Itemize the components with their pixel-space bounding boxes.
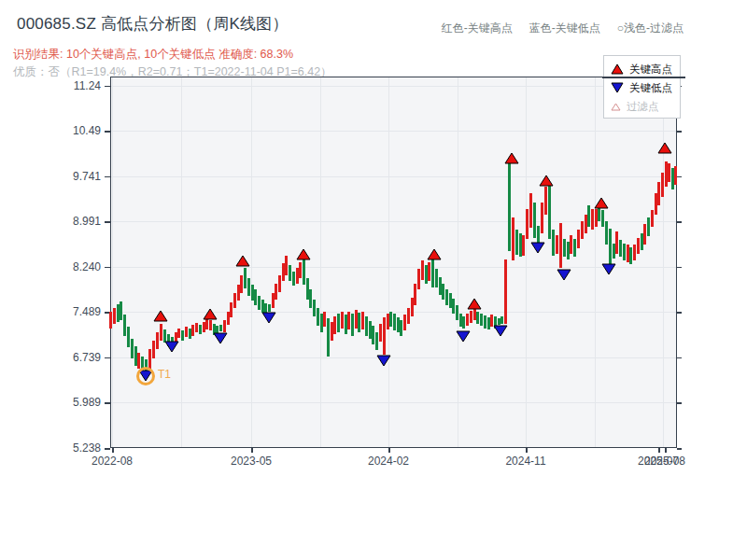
candle	[209, 320, 212, 330]
key-low-marker	[493, 325, 508, 337]
gridline-horizontal	[111, 176, 676, 177]
y-tick-label: 5.989	[62, 396, 101, 409]
candle	[156, 332, 159, 349]
candle	[372, 326, 374, 343]
y-axis-tick-right	[677, 357, 682, 359]
candle	[484, 315, 486, 329]
candle	[651, 210, 654, 227]
candle	[327, 318, 330, 356]
key-high-marker	[235, 255, 250, 267]
gridline-horizontal	[111, 312, 676, 313]
candle	[292, 272, 295, 287]
candle	[556, 235, 558, 254]
candle	[309, 289, 312, 307]
candle	[500, 316, 503, 324]
top-spine-over-legend	[602, 77, 685, 78]
candle	[633, 245, 636, 259]
legend-box: 关键高点关键低点过滤点	[603, 55, 681, 119]
candle	[137, 353, 140, 369]
candle	[414, 284, 416, 305]
key-low-marker	[601, 263, 616, 275]
candle	[379, 324, 382, 342]
candle	[268, 304, 271, 312]
y-tick-label: 5.238	[62, 441, 101, 455]
x-tick-label: 2024-02	[368, 455, 409, 468]
legend-item: 关键高点	[611, 60, 672, 78]
key-high-marker	[427, 248, 442, 260]
gridline-horizontal	[111, 131, 676, 132]
candle	[351, 314, 354, 335]
y-axis-tick-right	[677, 448, 682, 450]
candle	[435, 269, 438, 287]
candle	[619, 240, 622, 257]
x-tick-label: 2025-08	[644, 455, 685, 468]
y-axis-tick	[105, 221, 110, 223]
candle	[347, 312, 350, 329]
candle	[541, 203, 543, 232]
y-axis-tick-right	[677, 402, 682, 404]
gridline-vertical	[320, 77, 321, 447]
legend-item-label: 关键高点	[629, 63, 672, 77]
candle	[278, 275, 281, 292]
candle	[526, 209, 529, 239]
candle	[643, 224, 646, 245]
y-axis-tick-right	[677, 312, 682, 314]
key-low-marker	[557, 269, 571, 281]
gridline-vertical	[526, 77, 527, 447]
candle	[127, 327, 130, 348]
candle	[668, 163, 670, 182]
candle	[515, 230, 518, 255]
candle	[522, 235, 525, 256]
candle	[195, 323, 198, 332]
candle	[407, 308, 410, 324]
candle	[389, 312, 392, 327]
y-tick-label: 8.240	[62, 260, 101, 273]
candle	[341, 312, 344, 329]
candle	[375, 332, 378, 350]
candle	[609, 229, 612, 264]
key-high-marker	[594, 197, 609, 209]
candle	[393, 314, 396, 330]
candle	[552, 230, 555, 256]
key-high-marker	[467, 298, 482, 310]
y-tick-label: 10.49	[62, 124, 101, 137]
candle	[504, 259, 507, 324]
recognition-result-text: 识别结果: 10个关键高点, 10个关键低点 准确度: 68.3%	[13, 47, 293, 63]
y-axis-tick	[105, 131, 110, 133]
key-low-marker	[213, 332, 228, 344]
candle	[674, 166, 677, 184]
candle	[299, 262, 302, 278]
gridline-horizontal	[111, 267, 676, 268]
candle	[289, 265, 291, 281]
gridline-horizontal	[111, 357, 676, 358]
x-tick-label: 2024-11	[505, 455, 545, 468]
key-low-marker	[456, 330, 471, 343]
candle	[275, 284, 277, 300]
candle	[462, 316, 465, 329]
candle	[470, 311, 472, 323]
down-triangle-icon	[611, 82, 624, 93]
gridline-vertical	[663, 77, 664, 447]
candle	[181, 330, 184, 340]
y-axis-tick	[105, 357, 110, 359]
key-low-marker	[530, 242, 545, 254]
legend-caption: 红色-关键高点蓝色-关键低点○浅色-过滤点	[425, 21, 684, 36]
candle	[466, 314, 469, 326]
candle	[581, 221, 584, 239]
candle	[177, 329, 180, 338]
legend-caption-high: 红色-关键高点	[442, 21, 513, 35]
plot-area	[110, 77, 677, 448]
candle	[323, 312, 326, 327]
candle	[587, 205, 590, 227]
candle	[247, 278, 250, 296]
y-axis-tick-right	[677, 176, 682, 178]
x-axis-tick	[251, 448, 253, 453]
candle	[131, 339, 134, 358]
candle	[544, 187, 547, 215]
candle	[456, 305, 458, 320]
candle	[185, 327, 188, 337]
legend-caption-low: 蓝色-关键低点	[529, 21, 600, 35]
y-axis-tick	[105, 176, 110, 178]
candle	[303, 259, 305, 284]
candle	[657, 182, 660, 205]
